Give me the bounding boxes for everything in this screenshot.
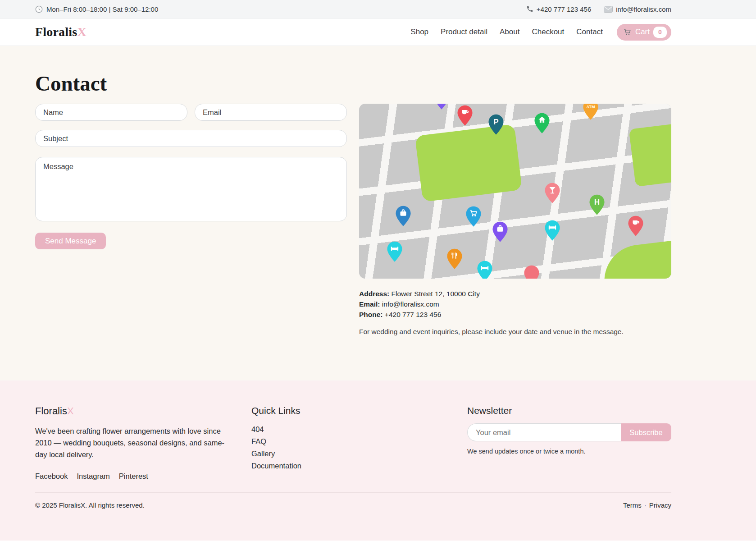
nav-item-checkout[interactable]: Checkout xyxy=(532,28,564,37)
contact-side: PATMH Address: Flower Street 12, 10000 C… xyxy=(359,104,671,336)
address-value: Flower Street 12, 10000 City xyxy=(389,290,480,298)
footer-about-column: FloralisX We've been crafting flower arr… xyxy=(35,405,229,481)
copyright-text: © 2025 FloralisX. All rights reserved. xyxy=(35,501,145,509)
footer-social-links: Facebook Instagram Pinterest xyxy=(35,472,229,481)
nav-item-contact[interactable]: Contact xyxy=(576,28,603,37)
brand-logo[interactable]: FloralisX xyxy=(35,25,87,39)
site-footer: FloralisX We've been crafting flower arr… xyxy=(0,381,756,541)
subject-input[interactable] xyxy=(35,130,347,147)
social-link-instagram[interactable]: Instagram xyxy=(77,472,109,481)
quick-links-list: 404 FAQ Gallery Documentation xyxy=(251,423,445,472)
cart-count-badge: 0 xyxy=(653,27,667,38)
nav-item-about[interactable]: About xyxy=(500,28,519,37)
atm-pin: ATM xyxy=(583,104,599,120)
quick-link-documentation[interactable]: Documentation xyxy=(251,462,301,470)
topbar-phone-link[interactable]: +420 777 123 456 xyxy=(537,5,591,13)
quick-link-faq[interactable]: FAQ xyxy=(251,437,266,445)
send-message-button[interactable]: Send Message xyxy=(35,233,106,249)
page: Mon–Fri 8:00–18:00 | Sat 9:00–12:00 +420… xyxy=(0,0,756,541)
location-map: PATMH xyxy=(359,104,671,279)
inquiry-note: For wedding and event inquiries, please … xyxy=(359,328,671,336)
name-input[interactable] xyxy=(35,104,187,121)
cart-label: Cart xyxy=(635,28,650,37)
site-header: FloralisX Shop Product detail About Chec… xyxy=(0,18,756,46)
email-label: Email: xyxy=(359,300,380,308)
address-label: Address: xyxy=(359,290,389,298)
footer-links-column: Quick Links 404 FAQ Gallery Documentatio… xyxy=(251,405,445,481)
bar-pin xyxy=(544,183,560,204)
footer-about-text: We've been crafting flower arrangements … xyxy=(35,425,229,460)
parking-pin: P xyxy=(488,114,504,135)
opening-hours: Mon–Fri 8:00–18:00 | Sat 9:00–12:00 xyxy=(46,5,158,13)
hotel-pin xyxy=(477,261,493,279)
svg-text:P: P xyxy=(494,118,499,126)
map-park xyxy=(414,124,522,202)
hospital-pin: H xyxy=(589,194,605,215)
terms-link[interactable]: Terms xyxy=(623,501,642,509)
contact-form: Send Message xyxy=(35,104,347,336)
cafe-pin xyxy=(457,105,473,126)
phone-value: +420 777 123 456 xyxy=(383,311,442,318)
map-park xyxy=(629,122,671,186)
newsletter-email-input[interactable] xyxy=(467,423,621,441)
hotel-pin xyxy=(387,241,403,262)
cafe-pin xyxy=(628,215,643,237)
email-input[interactable] xyxy=(195,104,347,121)
topbar: Mon–Fri 8:00–18:00 | Sat 9:00–12:00 +420… xyxy=(0,0,756,18)
home-pin xyxy=(534,113,550,134)
nav-item-shop[interactable]: Shop xyxy=(410,28,428,37)
footer-brand-accent: X xyxy=(67,405,74,417)
page-title: Contact xyxy=(35,71,671,96)
restaurant-pin xyxy=(447,248,463,270)
address-line: Address: Flower Street 12, 10000 City xyxy=(359,289,671,299)
privacy-link[interactable]: Privacy xyxy=(649,501,671,509)
quick-link-gallery[interactable]: Gallery xyxy=(251,449,275,458)
contact-info: Address: Flower Street 12, 10000 City Em… xyxy=(359,289,671,320)
brand-name: Floralis xyxy=(35,25,77,39)
cart-button[interactable]: Cart 0 xyxy=(617,24,671,41)
email-value: info@floralisx.com xyxy=(380,300,439,308)
email-line: Email: info@floralisx.com xyxy=(359,299,671,309)
store-pin xyxy=(492,221,508,243)
message-textarea[interactable] xyxy=(35,157,347,221)
social-link-facebook[interactable]: Facebook xyxy=(35,472,68,481)
main-nav: Shop Product detail About Checkout Conta… xyxy=(410,24,671,41)
brand-accent: X xyxy=(77,25,86,39)
main-content: Contact Send Message xyxy=(0,46,756,381)
legal-links: Terms · Privacy xyxy=(623,501,671,509)
newsletter-title: Newsletter xyxy=(467,405,671,416)
subscribe-button[interactable]: Subscribe xyxy=(621,423,671,441)
cart-icon xyxy=(623,28,632,36)
footer-brand-name: Floralis xyxy=(35,405,67,417)
social-link-pinterest[interactable]: Pinterest xyxy=(119,472,148,481)
footer-newsletter-column: Newsletter Subscribe We send updates onc… xyxy=(467,405,671,481)
quick-links-title: Quick Links xyxy=(251,405,445,416)
svg-text:ATM: ATM xyxy=(587,105,595,109)
newsletter-note: We send updates once or twice a month. xyxy=(467,448,671,455)
clock-icon xyxy=(35,5,43,13)
map-pin xyxy=(524,265,540,279)
svg-text:H: H xyxy=(594,198,600,206)
phone-label: Phone: xyxy=(359,311,383,318)
map-pin xyxy=(433,104,449,110)
nav-item-product-detail[interactable]: Product detail xyxy=(441,28,487,37)
topbar-email-link[interactable]: info@floralisx.com xyxy=(616,5,671,13)
legal-separator: · xyxy=(644,501,647,509)
supermarket-pin xyxy=(466,206,482,227)
footer-brand: FloralisX xyxy=(35,405,229,417)
phone-icon xyxy=(526,5,533,13)
quick-link-404[interactable]: 404 xyxy=(251,425,264,433)
phone-line: Phone: +420 777 123 456 xyxy=(359,309,671,320)
shop-pin xyxy=(395,206,411,227)
mail-icon xyxy=(604,6,613,13)
hotel-pin xyxy=(544,220,560,241)
